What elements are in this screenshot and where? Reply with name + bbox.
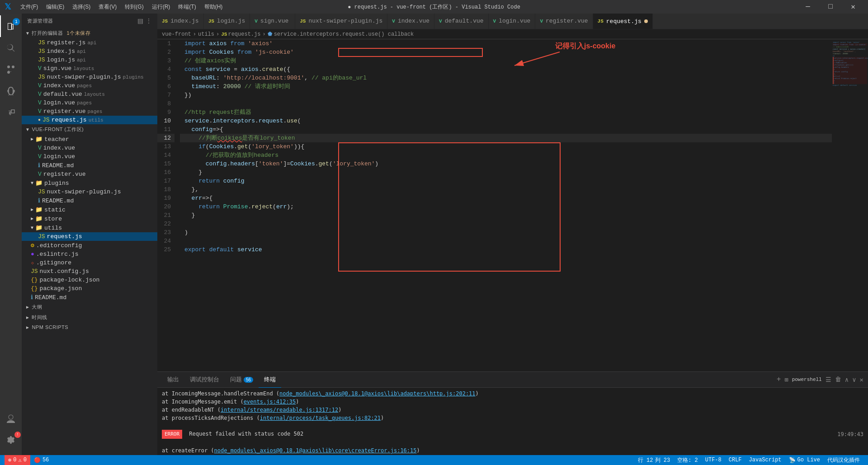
settings-icon[interactable]: ! [0,430,22,451]
registervue-file[interactable]: V register.vue [22,170,157,178]
open-editor-loginvue[interactable]: V login.vue pages [22,99,157,107]
readme2-file[interactable]: ℹ README.md [22,196,157,205]
terminal-link-1[interactable]: node_modules\_axios@0.18.1@axios\lib\ada… [279,390,475,397]
extensions-icon[interactable] [0,102,22,124]
static-folder[interactable]: ► 📁 static [22,205,157,214]
plugins-folder[interactable]: ▼ 📁 plugins [22,178,157,188]
new-file-icon[interactable]: ▤ [137,17,144,24]
tab-requestjs[interactable]: JS request.js [593,14,653,29]
status-feedback[interactable]: 代码汉化插件 [824,455,863,465]
outline-section[interactable]: ► 大纲 [22,302,157,312]
menu-view[interactable]: 查看(V) [95,1,120,13]
menu-select[interactable]: 选择(S) [69,1,94,13]
open-editor-register[interactable]: JS register.js api [22,38,157,47]
vuefront-section[interactable]: ▼ VUE-FRONT (工作区) [22,124,157,135]
open-editor-request[interactable]: ● JS request.js utils [22,116,157,124]
open-editor-nuxt[interactable]: JS nuxt-swiper-plugin.js plugins [22,73,157,81]
status-encoding[interactable]: UTF-8 [702,455,725,465]
tab-nuxt[interactable]: JS nuxt-swiper-plugin.js [295,14,387,29]
minimize-button[interactable]: — [797,0,818,14]
open-editor-index-vue[interactable]: V index.vue pages [22,81,157,90]
readme-root-file[interactable]: ℹ README.md [22,293,157,302]
menu-run[interactable]: 运行(R) [148,1,174,13]
status-errors[interactable]: ⊗ 0 ⚠ 0 [5,455,30,465]
packagelock-file[interactable]: {} package-lock.json [22,276,157,284]
debug-icon[interactable] [0,80,22,102]
close-button[interactable]: ✕ [843,0,863,14]
code-area[interactable]: import axios from 'axios' import Cookies… [180,39,832,371]
panel-tab-terminal[interactable]: 终端 [259,372,281,388]
panel-chevron-up-icon[interactable]: ∧ [845,376,849,384]
panel-tab-output[interactable]: 输出 [162,372,184,388]
explorer-icon[interactable]: 1 [0,15,22,37]
timeline-section[interactable]: ► 时间线 [22,312,157,323]
tab-signvue[interactable]: V sign.vue [250,14,295,29]
nuxt-plugin-file[interactable]: JS nuxt-swiper-plugin.js [22,188,157,196]
sidebar-header-actions[interactable]: ▤ ⋮ [137,17,152,24]
panel-chevron-max-icon[interactable]: ∨ [852,376,856,384]
search-icon[interactable] [0,37,22,59]
nuxtconfig-file[interactable]: JS nuxt.config.js [22,267,157,276]
terminal-link-4[interactable]: internal/process/task_queues.js:82:21 [260,415,381,421]
request-file[interactable]: JS request.js [22,232,157,241]
menu-bar[interactable]: 文件(F) 编辑(E) 选择(S) 查看(V) 转到(G) 运行(R) 终端(T… [17,1,226,13]
gitignore-file[interactable]: ⬦ .gitignore [22,258,157,267]
breadcrumb-part4[interactable]: service.interceptors.request.use() callb… [274,31,414,38]
menu-file[interactable]: 文件(F) [17,1,42,13]
panel-tabs[interactable]: 输出 调试控制台 问题 56 终端 + ⊞ powershell ☰ 🗑 ∧ [157,372,868,388]
eslintrc-file[interactable]: ● .eslintrc.js [22,250,157,258]
teacher-folder[interactable]: ► 📁 teacher [22,135,157,144]
panel-tab-problems[interactable]: 问题 56 [225,372,259,388]
terminal-text-3: at endReadableNT ( [162,407,221,413]
loginvue-file[interactable]: V login.vue [22,152,157,161]
menu-goto[interactable]: 转到(G) [121,1,147,13]
store-folder[interactable]: ► 📁 store [22,214,157,223]
new-terminal-icon[interactable]: + [777,376,781,384]
status-language[interactable]: JavaScript [745,455,785,465]
panel-split-icon[interactable]: ⊞ [784,376,788,384]
open-editor-login[interactable]: JS login.js api [22,56,157,64]
editorconfig-file[interactable]: ⚙ .editorconfig [22,241,157,250]
tab-defaultvue[interactable]: V default.vue [434,14,488,29]
terminal-link-3[interactable]: internal/streams/readable.js:1317:12 [221,407,338,413]
utils-folder[interactable]: ▼ 📁 utils [22,223,157,232]
menu-edit[interactable]: 编辑(E) [42,1,68,13]
menu-help[interactable]: 帮助(H) [201,1,226,13]
breadcrumb-part1[interactable]: vue-front [162,31,191,38]
tab-indexjs[interactable]: JS index.js [157,14,204,29]
panel-close-icon[interactable]: ✕ [860,376,863,384]
maximize-button[interactable]: □ [820,0,841,14]
readme-file[interactable]: ℹ README.md [22,161,157,170]
status-spaces[interactable]: 空格: 2 [674,455,702,465]
breadcrumb-part2[interactable]: utils [198,31,214,38]
npm-section[interactable]: ► NPM SCRIPTS [22,323,157,332]
package-file[interactable]: {} package.json [22,284,157,293]
terminal-link-8[interactable]: node_modules\_axios@0.18.1@axios\lib\cor… [214,447,417,454]
indexvue-file[interactable]: V index.vue [22,144,157,152]
open-editors-section[interactable]: ▼ 打开的编辑器 1个未保存 [22,28,157,38]
status-problems[interactable]: 🔴 56 [30,455,52,465]
panel-layout-icon[interactable]: ☰ [826,376,831,384]
menu-terminal[interactable]: 终端(T) [175,1,199,13]
tab-loginvue[interactable]: V login.vue [489,14,536,29]
terminal-link-2[interactable]: events.js:412:35 [244,399,296,405]
tab-bar[interactable]: JS index.js JS login.js V sign.vue JS nu… [157,14,868,29]
open-editor-index[interactable]: JS index.js api [22,47,157,56]
breadcrumb-part3[interactable]: request.js [228,31,260,38]
status-line-ending[interactable]: CRLF [725,455,745,465]
status-line[interactable]: 行 12 列 23 [634,455,674,465]
tab-loginjs[interactable]: JS login.js [204,14,250,29]
source-control-icon[interactable] [0,59,22,80]
open-editor-default[interactable]: V default.vue layouts [22,90,157,99]
window-controls[interactable]: — □ ✕ [797,0,863,14]
account-icon[interactable] [0,408,22,430]
panel-trash-icon[interactable]: 🗑 [835,376,841,383]
new-folder-icon[interactable]: ⋮ [146,17,152,24]
tab-indexvue[interactable]: V index.vue [387,14,434,29]
open-editor-register-vue[interactable]: V register.vue pages [22,107,157,116]
tab-registervue[interactable]: V register.vue [535,14,593,29]
open-editor-sign[interactable]: V sign.vue layouts [22,64,157,73]
status-golive[interactable]: 📡 Go Live [785,455,824,465]
panel-actions[interactable]: + ⊞ powershell ☰ 🗑 ∧ ∨ ✕ [777,376,863,384]
panel-tab-debug[interactable]: 调试控制台 [184,372,225,388]
